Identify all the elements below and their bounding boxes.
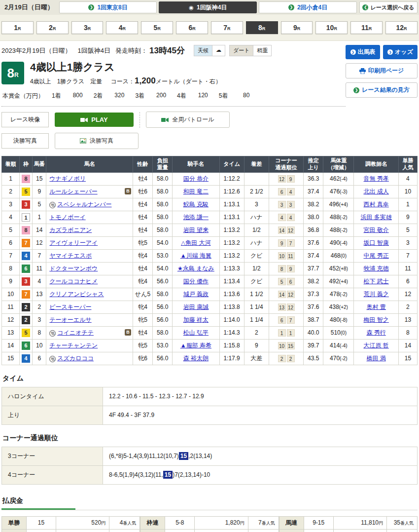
jockey-name-link[interactable]: 池添 謙一	[183, 214, 209, 221]
results-header: 騎手名	[173, 156, 219, 173]
race-tab-5r[interactable]: 5R	[141, 21, 173, 34]
jockey-name-link[interactable]: 和田 竜二	[183, 188, 209, 195]
win-popularity: 6	[398, 275, 417, 288]
trainer-name-link[interactable]: 奥村 豊	[366, 304, 385, 310]
date-label: 2月19日（日曜）	[1, 3, 57, 12]
sex-age: 牝5	[133, 313, 152, 326]
race-tab-6r[interactable]: 6R	[176, 21, 208, 34]
win-popularity: 3	[398, 236, 417, 249]
horse-name-link[interactable]: ドクターマンボウ	[49, 265, 98, 272]
trainer-name-link[interactable]: 中尾 秀正	[363, 252, 388, 259]
trainer-name-link[interactable]: 浜田 多実雄	[360, 214, 391, 221]
race-tab-7r[interactable]: 7R	[211, 21, 243, 34]
jockey-name-link[interactable]: 国分 優作	[183, 278, 209, 285]
trainer-name-link[interactable]: 大江原 哲	[363, 342, 388, 349]
jockey-name-link[interactable]: 国分 恭介	[183, 175, 209, 182]
horse-name-cell: チャーチャンテン	[46, 339, 133, 352]
race-tab-2r[interactable]: 2R	[36, 21, 69, 34]
trainer-name-link[interactable]: 牧浦 充徳	[363, 265, 388, 272]
table-row: 934クールココナヒメ牝456.0国分 優作1:13.4クビ5638.2492(…	[2, 275, 418, 288]
payout-popularity: 35番人気	[386, 516, 417, 529]
results-header: 性齢	[133, 156, 152, 173]
print-page-button[interactable]: 印刷用ページ	[346, 63, 418, 78]
meeting-tab[interactable]: ❯1回東京8日	[59, 1, 157, 13]
jockey-name-link[interactable]: 岩田 康誠	[183, 304, 209, 310]
payout-bet-type: 複勝	[2, 529, 27, 532]
corner-position: 1	[287, 329, 295, 337]
margin: 1 1/2	[244, 288, 269, 301]
jockey-name-link[interactable]: △角田 大河	[181, 239, 211, 246]
horse-name-link[interactable]: テーオーエルサ	[49, 316, 91, 323]
corner-positions: 129	[269, 172, 303, 185]
horse-name-link[interactable]: チャーチャンテン	[49, 342, 98, 349]
payout-popularity-value: 7	[258, 519, 262, 526]
race-tab-suffix: R	[88, 26, 91, 31]
race-video-label: レース映像	[1, 112, 49, 127]
horse-name-link[interactable]: アイヴォリーアイ	[49, 239, 98, 246]
jockey-name-link[interactable]: 岩田 望来	[183, 227, 209, 233]
jockey-name-link[interactable]: 松山 弘平	[183, 329, 209, 336]
payout-row: 単勝15520円4番人気	[2, 516, 140, 529]
horse-name-link[interactable]: コイニオチテ	[57, 329, 94, 336]
race-tab-12r[interactable]: 12R	[385, 21, 418, 34]
jockey-name-link[interactable]: 加藤 祥太	[183, 316, 209, 323]
horse-name-cell: ピースキーパー	[46, 301, 133, 313]
last-3f: 43.5	[304, 352, 323, 365]
trainer-name-link[interactable]: 松下 武士	[363, 278, 388, 285]
horse-name-link[interactable]: ルールシェーバー	[49, 188, 97, 195]
jockey-name-link[interactable]: 城戸 義政	[183, 291, 209, 298]
trainer-name-link[interactable]: 森 秀行	[366, 329, 385, 336]
jockey-name-link[interactable]: ▲川端 海翼	[180, 252, 211, 259]
jockey-name-link[interactable]: ▲服部 寿希	[180, 342, 211, 349]
race-tab-9r[interactable]: 9R	[281, 21, 313, 34]
jockey-name-link[interactable]: 鮫島 克駿	[183, 201, 209, 208]
meeting-tab[interactable]: ◉1回阪神4日	[159, 1, 257, 13]
horse-name-link[interactable]: トモノボーイ	[49, 214, 85, 221]
back-to-race-select-button[interactable]: ❮ レース選択へ戻る	[359, 1, 418, 13]
margin: ハナ	[244, 236, 269, 249]
trainer-name-link[interactable]: 宮田 敬介	[363, 227, 388, 233]
trainer-name-link[interactable]: 坂口 智康	[363, 239, 388, 246]
horse-name-link[interactable]: クリノアンビシャス	[49, 291, 104, 298]
race-tab-8r[interactable]: 8R	[246, 21, 278, 34]
payout-row: 複勝15230円4番人気	[2, 529, 140, 532]
track-condition: 稍重	[253, 45, 272, 56]
waku-badge: 1	[22, 213, 30, 222]
horse-name-link[interactable]: ウナギノボリ	[49, 175, 86, 182]
jockey-name-link[interactable]: ★永島 まなみ	[177, 265, 214, 272]
trainer-name-link[interactable]: 梅田 智之	[363, 316, 388, 323]
race-tab-11r[interactable]: 11R	[350, 21, 383, 34]
corner-position: 9	[278, 239, 286, 247]
race-tab-3r[interactable]: 3R	[71, 21, 104, 34]
payout-combination: 9-15	[165, 529, 195, 532]
trainer-name-link[interactable]: 北出 成人	[363, 188, 388, 195]
trainer-name-link[interactable]: 橋田 満	[366, 355, 385, 362]
shutuba-button[interactable]: ❯ 出馬表	[346, 45, 380, 59]
horse-name-link[interactable]: スズカロココ	[57, 355, 94, 362]
horse-name-link[interactable]: スペシャルナンバー	[57, 201, 111, 208]
finish-photo-button[interactable]: 決勝写真	[55, 133, 139, 149]
horse-number: 6	[33, 352, 46, 365]
meeting-tab[interactable]: ❯2回小倉4日	[259, 1, 357, 13]
trainer-name-link[interactable]: 音無 秀孝	[363, 175, 388, 182]
race-tab-1r[interactable]: 1R	[1, 21, 34, 34]
race-tab-10r[interactable]: 10R	[315, 21, 348, 34]
horse-name-link[interactable]: ピースキーパー	[49, 304, 91, 310]
time-table: ハロンタイム12.2 - 10.6 - 11.5 - 12.3 - 12.7 -…	[1, 387, 418, 425]
trainer-name-link[interactable]: 荒川 義之	[363, 291, 388, 298]
waku-cell: 5	[20, 326, 33, 339]
jockey-name-link[interactable]: 森 裕太朗	[183, 355, 209, 362]
corner-positions: 1015	[269, 339, 303, 352]
horse-weight: 492(+4)	[323, 275, 354, 288]
patrol-video-button[interactable]: 全周パトロール	[146, 112, 230, 128]
horse-name-link[interactable]: カズラボニアン	[49, 227, 92, 233]
horse-name-link[interactable]: ヤマイチエスポ	[49, 252, 92, 259]
corner-order-post: ,2(13,14)	[188, 453, 212, 459]
trainer-cell: 中尾 秀正	[354, 249, 398, 262]
result-guide-button[interactable]: ❯ レース結果の見方	[346, 82, 418, 98]
play-video-button[interactable]: PLAY	[55, 113, 134, 127]
race-tab-4r[interactable]: 4R	[106, 21, 138, 34]
horse-name-link[interactable]: クールココナヒメ	[49, 278, 98, 285]
odds-button[interactable]: ❯ オッズ	[383, 45, 418, 59]
trainer-name-link[interactable]: 西村 真幸	[363, 201, 388, 208]
